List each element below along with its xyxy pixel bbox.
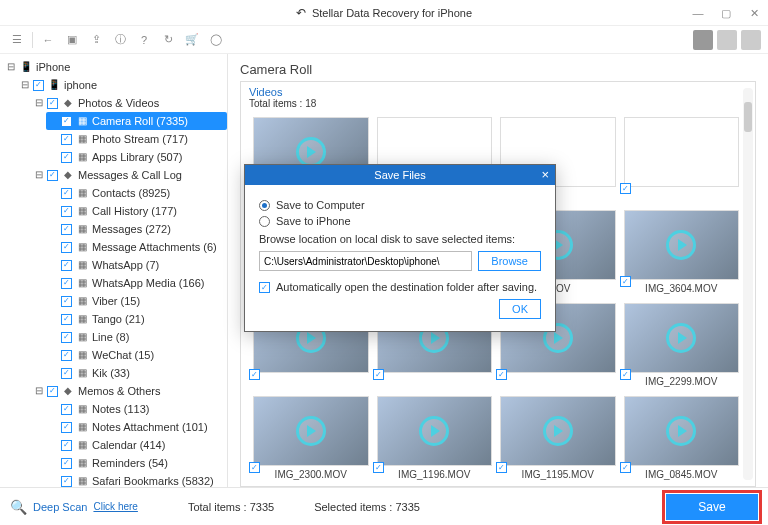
cart-icon[interactable]: 🛒 [181, 29, 203, 51]
thumb-checkbox[interactable]: ✓ [249, 369, 260, 380]
thumb-checkbox[interactable]: ✓ [620, 369, 631, 380]
info-icon[interactable]: ⓘ [109, 29, 131, 51]
path-input[interactable] [259, 251, 472, 271]
thumbnail-item[interactable]: ✓ IMG_0845.MOV [624, 396, 740, 483]
checkbox-icon[interactable]: ✓ [61, 440, 72, 451]
thumbnail-item[interactable]: ✓ IMG_3604.MOV [624, 210, 740, 297]
scrollbar-thumb[interactable] [744, 102, 752, 132]
checkbox-icon[interactable]: ✓ [61, 332, 72, 343]
thumb-caption: IMG_2299.MOV [624, 376, 740, 390]
save-icon[interactable]: ▣ [61, 29, 83, 51]
thumb-checkbox[interactable]: ✓ [620, 183, 631, 194]
thumb-checkbox[interactable]: ✓ [496, 462, 507, 473]
list-view-icon[interactable] [717, 30, 737, 50]
checkbox-icon[interactable]: ✓ [61, 458, 72, 469]
close-button[interactable]: ✕ [740, 0, 768, 26]
tree-group[interactable]: ⊟✓◆Photos & Videos [32, 94, 227, 112]
thumb-checkbox[interactable]: ✓ [620, 276, 631, 287]
tree-item[interactable]: ✓▦Photo Stream (717) [46, 130, 227, 148]
checkbox-icon[interactable]: ✓ [61, 314, 72, 325]
thumbnail-item[interactable]: ✓ IMG_2300.MOV [253, 396, 369, 483]
thumb-checkbox[interactable]: ✓ [373, 369, 384, 380]
checkbox-icon[interactable]: ✓ [61, 404, 72, 415]
scrollbar[interactable] [743, 88, 753, 480]
checkbox-icon[interactable]: ✓ [61, 116, 72, 127]
checkbox-icon[interactable]: ✓ [61, 134, 72, 145]
checkbox-icon[interactable]: ✓ [47, 170, 58, 181]
auto-open-checkbox[interactable]: ✓Automatically open the destination fold… [259, 281, 541, 293]
checkbox-icon[interactable]: ✓ [61, 260, 72, 271]
thumb-checkbox[interactable]: ✓ [249, 462, 260, 473]
detail-view-icon[interactable] [741, 30, 761, 50]
tree-item[interactable]: ✓▦Contacts (8925) [46, 184, 227, 202]
tree-item[interactable]: ✓▦Reminders (54) [46, 454, 227, 472]
thumbnail-item[interactable]: ✓ [624, 117, 740, 204]
browse-button[interactable]: Browse [478, 251, 541, 271]
tree-item[interactable]: ✓▦Call History (177) [46, 202, 227, 220]
checkbox-icon[interactable]: ✓ [33, 80, 44, 91]
tree-root-node[interactable]: ⊟📱iPhone [4, 58, 227, 76]
dialog-titlebar[interactable]: Save Files × [245, 165, 555, 185]
play-icon [666, 323, 696, 353]
minimize-button[interactable]: — [684, 0, 712, 26]
checkbox-icon[interactable]: ✓ [61, 152, 72, 163]
tree-item[interactable]: ✓▦Calendar (414) [46, 436, 227, 454]
grid-view-icon[interactable] [693, 30, 713, 50]
device-tree[interactable]: ⊟📱iPhone⊟✓📱iphone⊟✓◆Photos & Videos✓▦Cam… [0, 54, 228, 487]
checkbox-icon[interactable]: ✓ [61, 350, 72, 361]
tree-item[interactable]: ✓▦Notes (113) [46, 400, 227, 418]
checkbox-icon[interactable]: ✓ [61, 476, 72, 487]
checkbox-icon[interactable]: ✓ [61, 296, 72, 307]
save-button[interactable]: Save [666, 494, 758, 520]
thumb-checkbox[interactable]: ✓ [620, 462, 631, 473]
tree-item[interactable]: ✓▦Message Attachments (6) [46, 238, 227, 256]
checkbox-icon[interactable]: ✓ [61, 188, 72, 199]
radio-save-iphone[interactable]: Save to iPhone [259, 215, 541, 227]
checkbox-icon[interactable]: ✓ [61, 224, 72, 235]
tree-item[interactable]: ✓▦Safari Bookmarks (5832) [46, 472, 227, 487]
export-icon[interactable]: ⇪ [85, 29, 107, 51]
ok-button[interactable]: OK [499, 299, 541, 319]
tree-item[interactable]: ✓▦WhatsApp Media (166) [46, 274, 227, 292]
tree-item[interactable]: ✓▦WeChat (15) [46, 346, 227, 364]
tree-group[interactable]: ⊟✓◆Memos & Others [32, 382, 227, 400]
tree-item[interactable]: ✓▦Kik (33) [46, 364, 227, 382]
tree-item[interactable]: ✓▦Tango (21) [46, 310, 227, 328]
thumbnail-item[interactable]: ✓ IMG_1196.MOV [377, 396, 493, 483]
deepscan-link[interactable]: Click here [93, 501, 137, 512]
thumbnail-item[interactable]: ✓ IMG_1195.MOV [500, 396, 616, 483]
help-icon[interactable]: ? [133, 29, 155, 51]
play-icon [543, 416, 573, 446]
radio-save-computer[interactable]: Save to Computer [259, 199, 541, 211]
tree-item[interactable]: ✓▦WhatsApp (7) [46, 256, 227, 274]
back-icon[interactable]: ← [37, 29, 59, 51]
tree-item[interactable]: ✓▦Messages (272) [46, 220, 227, 238]
checkbox-icon[interactable]: ✓ [47, 386, 58, 397]
thumb-checkbox[interactable]: ✓ [373, 462, 384, 473]
checkbox-icon[interactable]: ✓ [61, 422, 72, 433]
total-items-label: Total items : 7335 [188, 501, 274, 513]
browse-label: Browse location on local disk to save se… [259, 233, 541, 245]
checkbox-icon[interactable]: ✓ [47, 98, 58, 109]
tree-device-node[interactable]: ⊟✓📱iphone [18, 76, 227, 94]
checkbox-icon[interactable]: ✓ [61, 278, 72, 289]
tree-group[interactable]: ⊟✓◆Messages & Call Log [32, 166, 227, 184]
thumbnail-item[interactable]: ✓ IMG_2299.MOV [624, 303, 740, 390]
menu-icon[interactable]: ☰ [6, 29, 28, 51]
tree-item[interactable]: ✓▦Apps Library (507) [46, 148, 227, 166]
tree-item[interactable]: ✓▦Viber (15) [46, 292, 227, 310]
thumb-checkbox[interactable]: ✓ [496, 369, 507, 380]
user-icon[interactable]: ◯ [205, 29, 227, 51]
content-heading: Camera Roll [240, 62, 756, 77]
checkbox-icon[interactable]: ✓ [61, 242, 72, 253]
checkbox-icon[interactable]: ✓ [61, 368, 72, 379]
play-icon [666, 416, 696, 446]
maximize-button[interactable]: ▢ [712, 0, 740, 26]
checkbox-icon[interactable]: ✓ [61, 206, 72, 217]
tree-item[interactable]: ✓▦Camera Roll (7335) [46, 112, 227, 130]
thumb-caption [377, 376, 493, 390]
dialog-close-icon[interactable]: × [541, 167, 549, 182]
tree-item[interactable]: ✓▦Notes Attachment (101) [46, 418, 227, 436]
tree-item[interactable]: ✓▦Line (8) [46, 328, 227, 346]
refresh-icon[interactable]: ↻ [157, 29, 179, 51]
